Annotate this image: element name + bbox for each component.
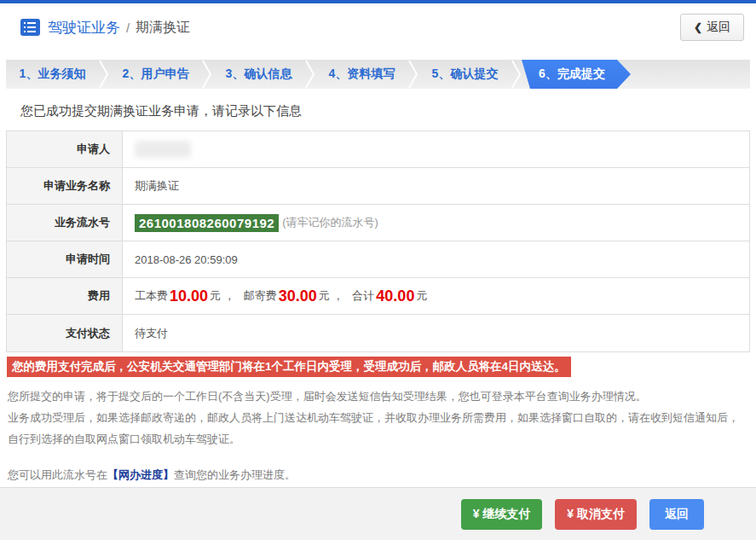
notes-section: 您所提交的申请，将于提交后的一个工作日(不含当天)受理，届时会发送短信告知受理结… <box>8 386 750 450</box>
note-paragraph-2: 业务成功受理后，如果选择邮政寄递的，邮政人员将上门送达机动车驾驶证，并收取办理业… <box>8 407 750 428</box>
cancel-payment-button[interactable]: ¥ 取消支付 <box>555 499 637 530</box>
step-3-confirm-info[interactable]: 3、确认信息 <box>212 60 305 89</box>
step-5-confirm-submit[interactable]: 5、确认提交 <box>418 60 511 89</box>
row-value-serial: 261001808260079192 (请牢记你的流水号) <box>123 205 749 241</box>
row-label: 申请时间 <box>7 241 123 277</box>
step-1-business-notice[interactable]: 1、业务须知 <box>6 60 99 89</box>
row-value-apply-time: 2018-08-26 20:59:09 <box>123 241 749 277</box>
serial-number-badge: 261001808260079192 <box>135 214 279 232</box>
row-value-business-name: 期满换证 <box>123 168 749 204</box>
back-button-label: 返回 <box>707 20 730 35</box>
row-label: 申请人 <box>7 131 123 167</box>
note-paragraph-1: 您所提交的申请，将于提交后的一个工作日(不含当天)受理，届时会发送短信告知受理结… <box>8 386 750 407</box>
application-info-table: 申请人 申请业务名称 期满换证 业务流水号 261001808260079192… <box>6 131 750 352</box>
table-row-apply-time: 申请时间 2018-08-26 20:59:09 <box>7 241 749 278</box>
breadcrumb-separator: / <box>126 20 130 35</box>
breadcrumb-category: 驾驶证业务 <box>48 18 120 38</box>
row-label: 支付状态 <box>7 315 123 351</box>
row-value-fee: 工本费 10.00 元 ， 邮寄费 30.00 元 ， 合计 40.00 元 <box>123 278 749 314</box>
continue-payment-button[interactable]: ¥ 继续支付 <box>461 499 543 530</box>
table-row-fee: 费用 工本费 10.00 元 ， 邮寄费 30.00 元 ， 合计 40.00 … <box>7 278 749 315</box>
table-row-payment-status: 支付状态 待支付 <box>7 315 749 351</box>
table-row-serial-number: 业务流水号 261001808260079192 (请牢记你的流水号) <box>7 205 749 241</box>
action-footer: ¥ 继续支付 ¥ 取消支付 返回 <box>0 487 756 540</box>
progress-note-prefix: 您可以用此流水号在 <box>8 468 107 481</box>
chevron-separator-icon <box>305 60 315 89</box>
fee-label-postage: 邮寄费 <box>244 288 277 304</box>
content-card: 1、业务须知 2、用户申告 3、确认信息 4、资料填写 5、确认提交 6、完成提… <box>6 60 750 496</box>
fee-label-production: 工本费 <box>135 288 168 304</box>
page-header: 驾驶证业务 / 期满换证 ❮ 返回 <box>0 3 756 51</box>
chevron-separator-icon <box>408 60 418 89</box>
step-6-submission-complete-active[interactable]: 6、完成提交 <box>522 60 631 89</box>
fee-unit: 元 ， <box>319 288 344 304</box>
step-4-fill-materials[interactable]: 4、资料填写 <box>315 60 408 89</box>
table-row-applicant: 申请人 <box>7 131 749 168</box>
progress-note-suffix: 查询您的业务办理进度。 <box>174 468 296 481</box>
payment-warning-banner: 您的费用支付完成后，公安机关交通管理部门将在1个工作日内受理，受理成功后，邮政人… <box>7 357 571 377</box>
row-value-payment-status: 待支付 <box>123 315 749 351</box>
serial-number-hint: (请牢记你的流水号) <box>282 215 378 230</box>
fee-amount-total: 40.00 <box>376 287 414 305</box>
chevron-separator-icon <box>99 60 109 89</box>
success-message: 您已成功提交期满换证业务申请，请记录以下信息 <box>20 103 750 119</box>
fee-label-total: 合计 <box>352 288 374 304</box>
fee-unit: 元 ， <box>210 288 235 304</box>
chevron-left-icon: ❮ <box>694 21 702 33</box>
fee-amount-postage: 30.00 <box>279 287 317 305</box>
table-row-business-name: 申请业务名称 期满换证 <box>7 168 749 205</box>
fee-amount-production: 10.00 <box>170 287 208 305</box>
note-paragraph-3: 自行到选择的自取网点窗口领取机动车驾驶证。 <box>8 428 750 450</box>
row-label: 申请业务名称 <box>7 168 123 204</box>
row-value-applicant <box>123 131 749 167</box>
chevron-separator-icon <box>202 60 212 89</box>
progress-menu-reference: 【网办进度】 <box>107 468 174 481</box>
step-2-user-declaration[interactable]: 2、用户申告 <box>109 60 202 89</box>
return-button[interactable]: 返回 <box>649 499 704 530</box>
chevron-separator-icon <box>511 60 522 89</box>
step-navigation: 1、业务须知 2、用户申告 3、确认信息 4、资料填写 5、确认提交 6、完成提… <box>6 60 750 89</box>
fee-unit: 元 <box>416 288 427 304</box>
back-button[interactable]: ❮ 返回 <box>680 14 744 41</box>
redacted-name <box>135 141 191 158</box>
breadcrumb-current: 期满换证 <box>136 19 190 37</box>
step-bar-filler <box>631 60 750 89</box>
row-label: 业务流水号 <box>7 205 123 241</box>
document-list-icon <box>20 19 40 36</box>
progress-lookup-note: 您可以用此流水号在【网办进度】查询您的业务办理进度。 <box>8 464 750 485</box>
row-label: 费用 <box>7 278 123 314</box>
